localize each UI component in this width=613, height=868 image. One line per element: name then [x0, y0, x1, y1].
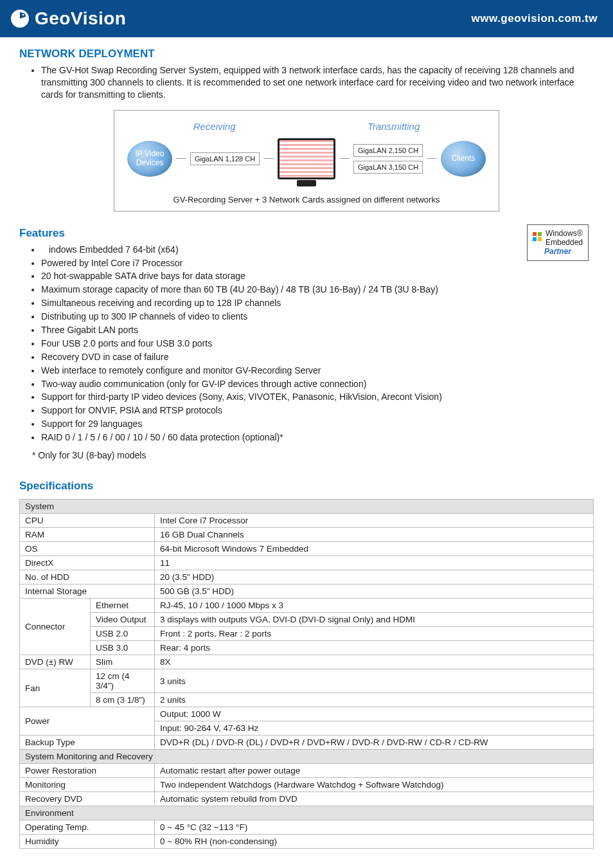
- table-row: Environment: [20, 806, 594, 820]
- list-item: Recovery DVD in case of failure: [41, 351, 594, 363]
- group-smr: System Monitoring and Recovery: [20, 750, 594, 764]
- list-item: Support for 29 languages: [41, 418, 594, 430]
- table-row: CPUIntel Core i7 Processor: [20, 514, 594, 528]
- list-item: Distributing up to 300 IP channels of vi…: [41, 311, 594, 323]
- table-row: RAM16 GB Dual Channels: [20, 528, 594, 542]
- table-row: Fan12 cm (4 3/4")3 units: [20, 669, 594, 693]
- page-body: NETWORK DEPLOYMENT The GV-Hot Swap Recor…: [0, 37, 613, 868]
- table-row: Operating Temp.0 ~ 45 °C (32 ~113 °F): [20, 820, 594, 835]
- section-network-title: NETWORK DEPLOYMENT: [19, 48, 594, 60]
- diagram-label-receiving: Receiving: [193, 121, 236, 132]
- list-item: Web interface to remotely configure and …: [41, 365, 594, 377]
- windows-flag-icon: [533, 232, 542, 243]
- badge-partner: Partner: [544, 247, 583, 256]
- diagram-ipdevices: IP Video Devices: [127, 141, 172, 177]
- list-item: Two-way audio communication (only for GV…: [41, 378, 594, 390]
- network-bullets: The GV-Hot Swap Recording Server System,…: [19, 64, 594, 101]
- table-row: Internal Storage500 GB (3.5" HDD): [20, 584, 594, 599]
- spec-table: System CPUIntel Core i7 Processor RAM16 …: [19, 499, 594, 849]
- svg-rect-4: [533, 237, 537, 241]
- group-env: Environment: [20, 806, 594, 820]
- list-item: Simultaneous receiving and recording up …: [41, 297, 594, 309]
- section-specs-title: Specifications: [19, 480, 594, 493]
- list-item: indows Embedded 7 64-bit (x64): [41, 244, 594, 256]
- table-row: USB 3.0Rear: 4 ports: [20, 641, 594, 655]
- diagram-lan2: GigaLAN 2,150 CH: [353, 144, 423, 157]
- table-row: Video Output3 displays with outputs VGA,…: [20, 613, 594, 627]
- list-item: Maximum storage capacity of more than 60…: [41, 284, 594, 296]
- table-row: Humidity0 ~ 80% RH (non-condensing): [20, 835, 594, 849]
- network-diagram: Receiving Transmitting IP Video Devices …: [114, 110, 499, 212]
- list-item: Powered by Intel Core i7 Processor: [41, 257, 594, 269]
- table-row: Recovery DVDAutomatic system rebuild fro…: [20, 792, 594, 806]
- list-item: The GV-Hot Swap Recording Server System,…: [41, 64, 594, 101]
- svg-rect-2: [533, 232, 537, 236]
- diagram-caption: GV-Recording Server + 3 Network Cards as…: [127, 195, 486, 204]
- diagram-clients: Clients: [441, 141, 486, 177]
- svg-point-1: [22, 14, 24, 16]
- table-row: 8 cm (3 1/8")2 units: [20, 693, 594, 707]
- diagram-lan3: GigaLAN 3,150 CH: [353, 161, 423, 174]
- table-row: DirectX11: [20, 556, 594, 570]
- table-row: USB 2.0Front : 2 ports, Rear : 2 ports: [20, 627, 594, 641]
- diagram-container: Receiving Transmitting IP Video Devices …: [19, 110, 594, 212]
- table-row: Power RestorationAutomatic restart after…: [20, 764, 594, 778]
- header-url: www.geovision.com.tw: [472, 12, 598, 25]
- windows-embedded-badge: Windows®Embedded Partner: [527, 224, 589, 261]
- brand-name: GeoVision: [35, 8, 126, 29]
- table-row: MonitoringTwo independent Watchdogs (Har…: [20, 778, 594, 792]
- svg-rect-3: [538, 232, 542, 236]
- table-row: Backup TypeDVD+R (DL) / DVD-R (DL) / DVD…: [20, 736, 594, 750]
- table-row: ConnectorEthernetRJ-45, 10 / 100 / 1000 …: [20, 599, 594, 613]
- diagram-lan1: GigaLAN 1,128 CH: [190, 152, 260, 165]
- group-system: System: [20, 500, 594, 514]
- section-features-title: Features: [19, 227, 594, 240]
- table-row: System Monitoring and Recovery: [20, 750, 594, 764]
- list-item: 20 hot-swappable SATA drive bays for dat…: [41, 270, 594, 282]
- header-bar: GeoVision www.geovision.com.tw: [0, 0, 613, 37]
- table-row: PowerOutput: 1000 W: [20, 707, 594, 721]
- brand-logo: GeoVision: [9, 8, 126, 30]
- list-item: RAID 0 / 1 / 5 / 6 / 00 / 10 / 50 / 60 d…: [41, 431, 594, 444]
- logo-icon: [9, 8, 31, 30]
- table-row: No. of HDD20 (3.5" HDD): [20, 570, 594, 584]
- list-item: Support for third-party IP video devices…: [41, 391, 594, 403]
- list-item: Three Gigabit LAN ports: [41, 324, 594, 336]
- monitor-icon: [278, 138, 335, 179]
- svg-rect-5: [538, 237, 542, 241]
- list-item: Four USB 2.0 ports and four USB 3.0 port…: [41, 338, 594, 350]
- features-list: indows Embedded 7 64-bit (x64) Powered b…: [19, 244, 594, 444]
- badge-line2: Embedded: [546, 238, 583, 247]
- table-row: DVD (±) RWSlim8X: [20, 655, 594, 669]
- features-note: * Only for 3U (8-bay) models: [32, 450, 594, 460]
- diagram-label-transmitting: Transmitting: [368, 121, 420, 132]
- list-item: Support for ONVIF, PSIA and RTSP protoco…: [41, 404, 594, 417]
- badge-line1: Windows®: [546, 229, 583, 238]
- table-row: OS64-bit Microsoft Windows 7 Embedded: [20, 542, 594, 556]
- table-row: System: [20, 500, 594, 514]
